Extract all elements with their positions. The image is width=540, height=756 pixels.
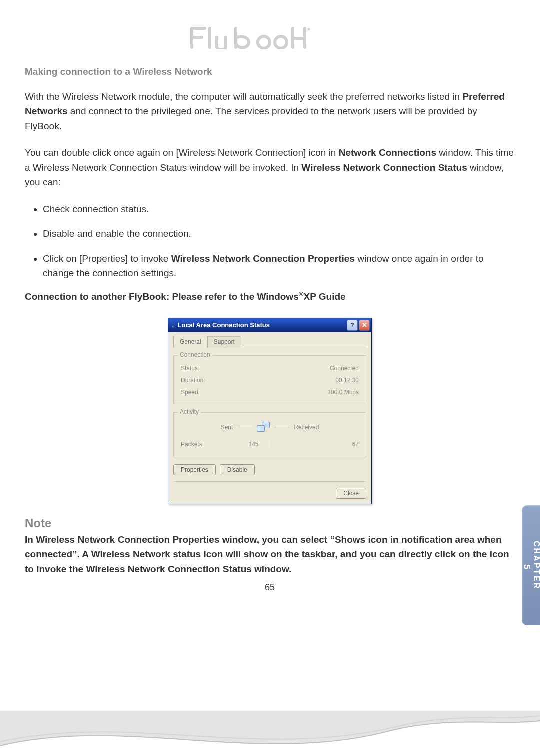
duration-label: Duration: — [181, 377, 206, 384]
help-button[interactable]: ? — [347, 320, 358, 331]
close-window-button[interactable]: ✕ — [359, 320, 370, 331]
chapter-label: CHAPTER — [532, 541, 540, 590]
close-icon: ✕ — [362, 321, 368, 329]
paragraph-1: With the Wireless Network module, the co… — [25, 89, 515, 133]
group-title: Activity — [178, 408, 201, 415]
close-row: Close — [174, 481, 366, 499]
network-icon: ↓ — [172, 321, 175, 329]
button-row: Properties Disable — [174, 464, 366, 475]
list-item: Check connection status. — [43, 202, 515, 216]
activity-header: Sent Received — [181, 422, 359, 433]
dialog-titlebar[interactable]: ↓ Local Area Connection Status ? ✕ — [168, 318, 372, 332]
text: Connection to another FlyBook: Please re… — [25, 292, 299, 302]
bullet-list: Check connection status. Disable and ena… — [25, 202, 515, 281]
note-body: In Wireless Network Connection Propertie… — [25, 532, 515, 576]
packets-received-value: 67 — [270, 441, 360, 448]
connection-group: Connection Status: Connected Duration: 0… — [174, 355, 366, 404]
dialog-wrapper: ↓ Local Area Connection Status ? ✕ Gener… — [25, 318, 515, 504]
text-bold: Network Connections — [339, 147, 436, 158]
bottom-decorative-strip — [0, 711, 540, 756]
text-bold: Wireless Network Connection Status — [302, 162, 467, 173]
tab-general[interactable]: General — [174, 336, 208, 347]
tabs: General Support — [174, 335, 366, 347]
sub-heading: Connection to another FlyBook: Please re… — [25, 290, 515, 302]
svg-point-0 — [258, 36, 270, 48]
help-icon: ? — [350, 321, 354, 329]
flybook-logo — [190, 25, 350, 51]
sent-label: Sent — [221, 424, 234, 431]
packets-sent-value: 145 — [248, 441, 270, 448]
duration-value: 00:12:30 — [336, 377, 359, 384]
dialog-title: Local Area Connection Status — [178, 321, 348, 329]
text: and connect to the privileged one. The s… — [25, 106, 478, 131]
speed-value: 100.0 Mbps — [328, 389, 359, 396]
document-page: Making connection to a Wireless Network … — [0, 0, 540, 756]
status-label: Status: — [181, 365, 200, 372]
separator-line — [275, 427, 289, 427]
list-item: Click on [Properties] to invoke Wireless… — [43, 251, 515, 281]
page-number: 65 — [25, 582, 515, 593]
text-bold: Wireless Network Connection Properties — [172, 253, 355, 264]
chapter-tab-text: CHAPTER 5 — [522, 541, 540, 590]
text: Click on [Properties] to invoke — [43, 253, 172, 264]
speed-row: Speed: 100.0 Mbps — [181, 389, 359, 396]
separator-line — [238, 427, 252, 427]
logo-container — [25, 25, 515, 51]
svg-point-1 — [275, 36, 287, 48]
tab-support[interactable]: Support — [208, 336, 242, 348]
activity-group: Activity Sent Received Packets: — [174, 412, 366, 457]
status-value: Connected — [330, 365, 359, 372]
disable-button[interactable]: Disable — [220, 464, 255, 475]
titlebar-buttons: ? ✕ — [347, 320, 370, 331]
paragraph-2: You can double click once again on [Wire… — [25, 145, 515, 189]
duration-row: Duration: 00:12:30 — [181, 377, 359, 384]
chapter-number: 5 — [522, 546, 532, 590]
speed-label: Speed: — [181, 389, 200, 396]
properties-button[interactable]: Properties — [174, 464, 216, 475]
connection-status-dialog: ↓ Local Area Connection Status ? ✕ Gener… — [168, 318, 372, 504]
group-title: Connection — [178, 351, 212, 358]
list-item: Disable and enable the connection. — [43, 226, 515, 241]
packets-row: Packets: 145 67 — [181, 440, 359, 449]
note-heading: Note — [25, 516, 515, 530]
registered-mark: ® — [299, 290, 304, 298]
computers-icon — [257, 422, 270, 433]
chapter-tab: CHAPTER 5 — [522, 505, 540, 625]
status-row: Status: Connected — [181, 365, 359, 372]
packets-label: Packets: — [181, 441, 204, 448]
text: XP Guide — [304, 292, 346, 302]
svg-point-2 — [308, 29, 310, 30]
dialog-body: General Support Connection Status: Conne… — [168, 332, 372, 504]
text: You can double click once again on [Wire… — [25, 147, 339, 158]
received-label: Received — [294, 424, 319, 431]
section-heading: Making connection to a Wireless Network — [25, 66, 515, 77]
close-button[interactable]: Close — [336, 488, 366, 499]
text: With the Wireless Network module, the co… — [25, 91, 462, 102]
